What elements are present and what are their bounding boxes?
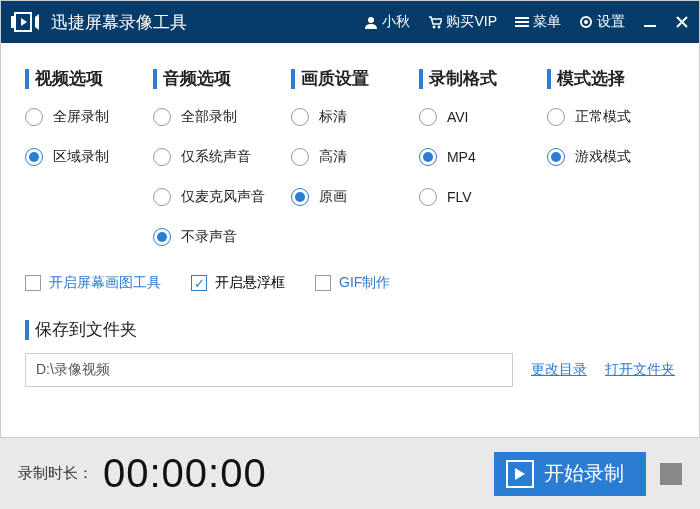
radio-label: 仅麦克风声音 — [181, 188, 265, 206]
app-title: 迅捷屏幕录像工具 — [51, 11, 187, 34]
accent-bar — [153, 69, 157, 89]
radio-mode-1[interactable]: 游戏模式 — [547, 148, 675, 166]
radio-icon — [419, 188, 437, 206]
settings-label: 设置 — [597, 13, 625, 31]
radio-label: AVI — [447, 109, 469, 125]
footer: 录制时长： 00:00:00 开始录制 — [0, 437, 700, 509]
radio-icon — [153, 188, 171, 206]
radio-format-0[interactable]: AVI — [419, 108, 547, 126]
option-header-label: 录制格式 — [429, 67, 497, 90]
accent-bar — [25, 69, 29, 89]
svg-point-10 — [584, 20, 588, 24]
accent-bar — [547, 69, 551, 89]
radio-label: MP4 — [447, 149, 476, 165]
radio-label: 游戏模式 — [575, 148, 631, 166]
open-folder-link[interactable]: 打开文件夹 — [605, 361, 675, 379]
checkbox-icon — [25, 275, 41, 291]
checkbox-icon — [315, 275, 331, 291]
radio-icon — [419, 108, 437, 126]
option-header-label: 模式选择 — [557, 67, 625, 90]
option-header: 视频选项 — [25, 67, 153, 90]
radio-label: FLV — [447, 189, 472, 205]
stop-button[interactable] — [660, 463, 682, 485]
radio-icon — [291, 108, 309, 126]
radio-label: 全屏录制 — [53, 108, 109, 126]
timer-display: 00:00:00 — [103, 451, 267, 496]
settings-button[interactable]: 设置 — [579, 13, 625, 31]
radio-label: 全部录制 — [181, 108, 237, 126]
radio-video-0[interactable]: 全屏录制 — [25, 108, 153, 126]
close-icon — [675, 15, 689, 29]
option-header-label: 画质设置 — [301, 67, 369, 90]
user-icon — [364, 15, 378, 29]
radio-label: 仅系统声音 — [181, 148, 251, 166]
main-area: 视频选项全屏录制区域录制音频选项全部录制仅系统声音仅麦克风声音不录声音画质设置标… — [1, 43, 699, 397]
radio-label: 不录声音 — [181, 228, 237, 246]
option-header: 录制格式 — [419, 67, 547, 90]
save-section: 保存到文件夹 更改目录 打开文件夹 — [25, 318, 675, 387]
accent-bar — [419, 69, 423, 89]
svg-point-3 — [368, 17, 374, 23]
radio-label: 标清 — [319, 108, 347, 126]
save-header: 保存到文件夹 — [25, 318, 675, 341]
change-dir-link[interactable]: 更改目录 — [531, 361, 587, 379]
titlebar: 迅捷屏幕录像工具 小秋 购买VIP 菜单 设置 — [1, 1, 699, 43]
start-record-button[interactable]: 开始录制 — [494, 452, 646, 496]
checkbox-gif[interactable]: GIF制作 — [315, 274, 390, 292]
checkbox-label: 开启悬浮框 — [215, 274, 285, 292]
vip-label: 购买VIP — [446, 13, 497, 31]
checkbox-icon — [191, 275, 207, 291]
radio-quality-2[interactable]: 原画 — [291, 188, 419, 206]
svg-rect-8 — [515, 25, 529, 27]
save-path-input[interactable] — [25, 353, 513, 387]
minimize-button[interactable] — [643, 15, 657, 29]
svg-point-5 — [438, 26, 441, 29]
radio-audio-3[interactable]: 不录声音 — [153, 228, 291, 246]
user-label: 小秋 — [382, 13, 410, 31]
radio-quality-1[interactable]: 高清 — [291, 148, 419, 166]
logo-icon — [11, 11, 39, 33]
radio-audio-0[interactable]: 全部录制 — [153, 108, 291, 126]
radio-label: 正常模式 — [575, 108, 631, 126]
accent-bar — [25, 320, 29, 340]
svg-marker-1 — [21, 18, 27, 26]
radio-format-1[interactable]: MP4 — [419, 148, 547, 166]
radio-icon — [291, 188, 309, 206]
save-header-label: 保存到文件夹 — [35, 318, 137, 341]
radio-icon — [153, 148, 171, 166]
radio-audio-1[interactable]: 仅系统声音 — [153, 148, 291, 166]
accent-bar — [291, 69, 295, 89]
radio-video-1[interactable]: 区域录制 — [25, 148, 153, 166]
close-button[interactable] — [675, 15, 689, 29]
radio-icon — [25, 108, 43, 126]
radio-audio-2[interactable]: 仅麦克风声音 — [153, 188, 291, 206]
option-column-video: 视频选项全屏录制区域录制 — [25, 67, 153, 268]
app-logo: 迅捷屏幕录像工具 — [11, 11, 187, 34]
user-button[interactable]: 小秋 — [364, 13, 410, 31]
menu-label: 菜单 — [533, 13, 561, 31]
menu-button[interactable]: 菜单 — [515, 13, 561, 31]
checkbox-row: 开启屏幕画图工具 开启悬浮框 GIF制作 — [25, 274, 675, 292]
cart-icon — [428, 15, 442, 29]
svg-point-4 — [433, 26, 436, 29]
radio-label: 区域录制 — [53, 148, 109, 166]
checkbox-draw[interactable]: 开启屏幕画图工具 — [25, 274, 161, 292]
svg-rect-6 — [515, 17, 529, 19]
radio-format-2[interactable]: FLV — [419, 188, 547, 206]
vip-button[interactable]: 购买VIP — [428, 13, 497, 31]
radio-icon — [153, 228, 171, 246]
checkbox-float[interactable]: 开启悬浮框 — [191, 274, 285, 292]
radio-quality-0[interactable]: 标清 — [291, 108, 419, 126]
start-label: 开始录制 — [544, 460, 624, 487]
radio-icon — [25, 148, 43, 166]
svg-rect-2 — [11, 16, 14, 28]
option-column-quality: 画质设置标清高清原画 — [291, 67, 419, 268]
option-column-audio: 音频选项全部录制仅系统声音仅麦克风声音不录声音 — [153, 67, 291, 268]
checkbox-label: GIF制作 — [339, 274, 390, 292]
play-icon — [506, 460, 534, 488]
radio-mode-0[interactable]: 正常模式 — [547, 108, 675, 126]
svg-rect-11 — [644, 25, 656, 27]
checkbox-label: 开启屏幕画图工具 — [49, 274, 161, 292]
radio-icon — [419, 148, 437, 166]
option-header: 音频选项 — [153, 67, 291, 90]
